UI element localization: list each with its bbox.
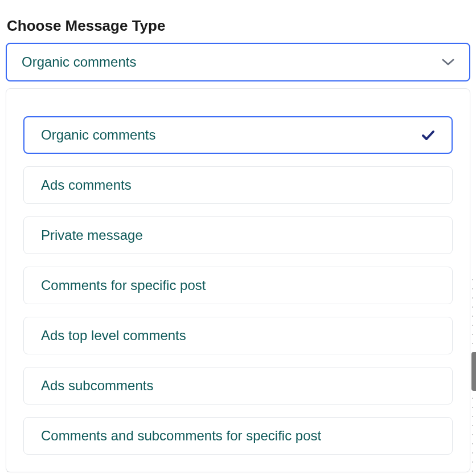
- option-label: Private message: [41, 227, 143, 243]
- option-item[interactable]: Private message: [23, 216, 453, 254]
- option-label: Ads subcomments: [41, 378, 153, 394]
- option-label: Ads top level comments: [41, 328, 186, 344]
- option-label: Organic comments: [41, 127, 155, 143]
- option-label: Ads comments: [41, 177, 132, 193]
- check-icon: [421, 128, 435, 142]
- option-item[interactable]: Ads comments: [23, 166, 453, 204]
- option-item[interactable]: Organic comments: [23, 116, 453, 154]
- message-type-select[interactable]: Organic comments: [6, 43, 470, 81]
- chevron-down-icon: [442, 58, 454, 66]
- option-item[interactable]: Comments for specific post: [23, 267, 453, 304]
- field-label: Choose Message Type: [7, 17, 470, 35]
- option-item[interactable]: Ads top level comments: [23, 317, 453, 354]
- option-label: Comments and subcomments for specific po…: [41, 428, 321, 444]
- option-item[interactable]: Ads subcomments: [23, 367, 453, 404]
- option-label: Comments for specific post: [41, 277, 206, 293]
- scrollbar-thumb[interactable]: [471, 352, 476, 391]
- selected-value-text: Organic comments: [22, 54, 136, 70]
- option-item[interactable]: Comments and subcomments for specific po…: [23, 417, 453, 455]
- message-type-dropdown: Organic commentsAds commentsPrivate mess…: [6, 88, 470, 472]
